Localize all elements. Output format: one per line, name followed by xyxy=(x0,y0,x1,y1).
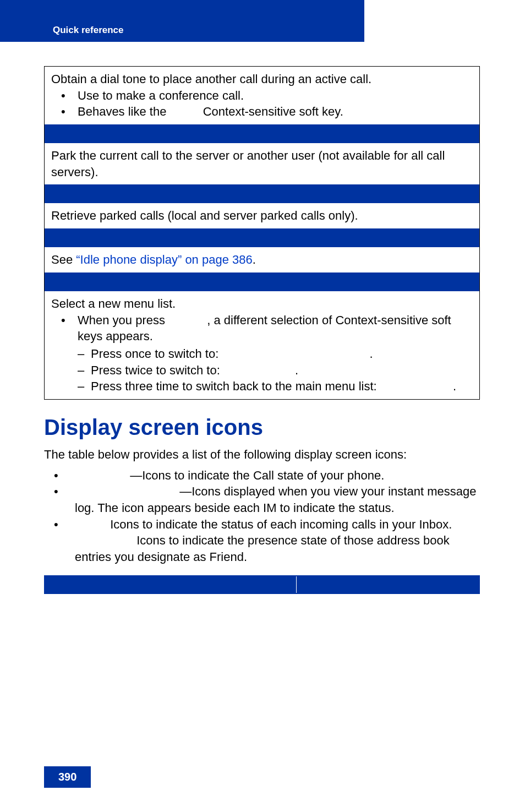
list-item: Use to make a conference call. xyxy=(51,88,473,104)
icon-table-header xyxy=(44,575,480,594)
row5-line: Select a new menu list. xyxy=(51,296,473,312)
row5-sub1-pre: Press once to switch to: xyxy=(91,347,222,361)
section-intro: The table below provides a list of the f… xyxy=(44,446,480,463)
row5-sub2-pre: Press twice to switch to: xyxy=(91,363,223,377)
list-item: Behaves like the Context-sensitive soft … xyxy=(51,103,473,120)
row1-bullet1: Use to make a conference call. xyxy=(78,89,244,102)
list-item: When you press , a different selection o… xyxy=(51,312,473,395)
table-row: See “Idle phone display” on page 386. xyxy=(45,247,479,273)
section-heading: Display screen icons xyxy=(44,415,480,440)
icon-table-col2 xyxy=(297,576,479,593)
list-item: Press twice to switch to: . xyxy=(78,362,473,379)
table-header-blank xyxy=(45,124,479,143)
list-item: —Icons to indicate the Call state of you… xyxy=(44,467,480,484)
cross-reference-link[interactable]: “Idle phone display” on page 386 xyxy=(76,253,252,266)
bullet1-text: —Icons to indicate the Call state of you… xyxy=(130,468,384,482)
page-content: Obtain a dial tone to place another call… xyxy=(44,66,480,594)
row2-text: Park the current call to the server or a… xyxy=(51,149,445,179)
bullet2-text: —Icons displayed when you view your inst… xyxy=(75,484,476,515)
list-item: Press once to switch to: . xyxy=(78,346,473,362)
page-header-title: Quick reference xyxy=(53,25,124,35)
page-number: 390 xyxy=(44,766,91,788)
list-item: —Icons displayed when you view your inst… xyxy=(44,483,480,516)
table-row: Park the current call to the server or a… xyxy=(45,143,479,184)
table-header-blank xyxy=(45,184,479,203)
row5-sub3-pre: Press three time to switch back to the m… xyxy=(91,379,380,393)
row4-pre: See xyxy=(51,253,76,266)
row5-sub3-post: . xyxy=(453,379,456,393)
row1-bullet2-pre: Behaves like the xyxy=(78,105,170,118)
reference-table: Obtain a dial tone to place another call… xyxy=(44,66,480,400)
trailing-paragraph: Icons to indicate the presence state of … xyxy=(44,532,480,565)
list-item: Press three time to switch back to the m… xyxy=(78,378,473,395)
table-row: Select a new menu list. When you press ,… xyxy=(45,291,479,399)
bullet3-text: Icons to indicate the status of each inc… xyxy=(110,517,452,531)
row1-line: Obtain a dial tone to place another call… xyxy=(51,71,473,88)
table-header-blank xyxy=(45,228,479,247)
table-row: Obtain a dial tone to place another call… xyxy=(45,67,479,124)
row1-bullet2-post: Context-sensitive soft key. xyxy=(203,105,343,118)
row3-text: Retrieve parked calls (local and server … xyxy=(51,209,358,222)
row5-bullet-pre: When you press xyxy=(78,313,168,327)
row5-sub1-post: . xyxy=(370,347,373,361)
row4-post: . xyxy=(253,253,256,266)
page-header-bar: Quick reference xyxy=(0,0,364,42)
tail-text: Icons to indicate the presence state of … xyxy=(75,533,450,564)
row5-sub2-post: . xyxy=(295,363,298,377)
list-item: Icons to indicate the status of each inc… xyxy=(44,516,480,533)
table-row: Retrieve parked calls (local and server … xyxy=(45,203,479,228)
icon-table-col1 xyxy=(45,576,297,593)
table-header-blank xyxy=(45,273,479,291)
